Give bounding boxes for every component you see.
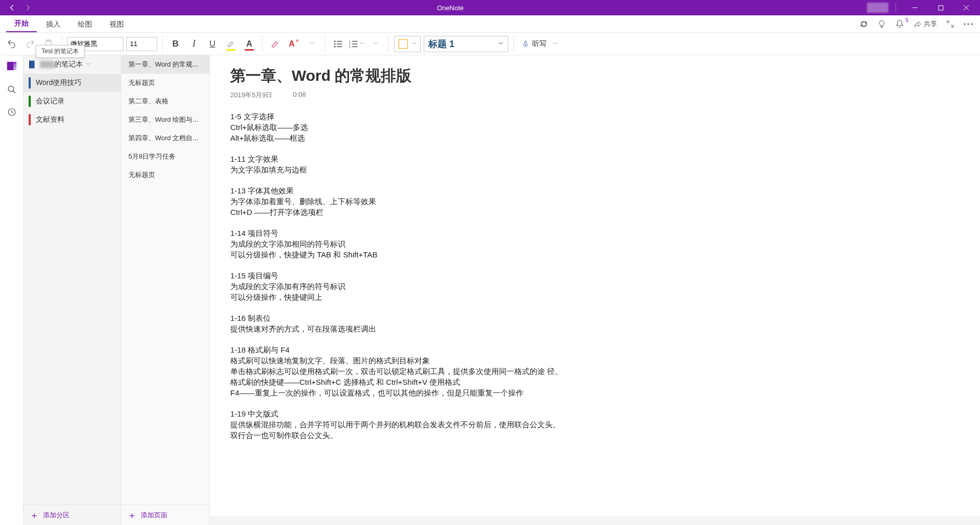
- svg-rect-19: [525, 41, 527, 45]
- section-column: 的笔记本 ﹀ Word使用技巧会议记录文献资料 ＋ 添加分区: [24, 55, 121, 525]
- svg-point-24: [8, 86, 14, 92]
- maximize-button[interactable]: [929, 0, 952, 15]
- italic-button[interactable]: I: [186, 36, 202, 52]
- note-block[interactable]: 1-11 文字效果为文字添加填充与边框: [230, 154, 752, 175]
- recent-icon[interactable]: [7, 107, 16, 117]
- note-block[interactable]: 1-16 制表位提供快速对齐的方式，可在段落选项栏调出: [230, 313, 752, 334]
- note-block[interactable]: 1-18 格式刷与 F4格式刷可以快速地复制文字、段落、图片的格式到目标对象单击…: [230, 344, 752, 398]
- more-font-button[interactable]: ﹀: [304, 36, 320, 52]
- page-title[interactable]: 第一章、Word 的常规排版: [230, 65, 752, 86]
- svg-text:3: 3: [349, 45, 351, 48]
- note-block[interactable]: 1-5 文字选择Ctrl+鼠标选取——多选Alt+鼠标选取——框选: [230, 111, 752, 143]
- page-item[interactable]: 第三章、Word 绘图与...: [121, 111, 209, 129]
- section-label: 会议记录: [36, 97, 64, 106]
- svg-rect-23: [13, 68, 16, 71]
- close-button[interactable]: [954, 0, 978, 15]
- account-indicator[interactable]: [867, 3, 888, 13]
- ribbon-toolbar: B I U A A✕ ﹀ 123﹀ ﹀ ﹀ 标题 1 ﹀ 听写 ﹀: [0, 33, 980, 55]
- plus-icon: ＋: [127, 509, 137, 521]
- section-item[interactable]: 文献资料: [24, 111, 121, 129]
- page-item[interactable]: 第二章、表格: [121, 92, 209, 111]
- bold-button[interactable]: B: [168, 36, 183, 52]
- notebook-icon: [28, 60, 37, 69]
- todo-tag-icon: [399, 39, 408, 49]
- undo-button[interactable]: [4, 36, 19, 52]
- tab-插入[interactable]: 插入: [38, 16, 69, 32]
- number-list-button[interactable]: 123﹀: [349, 36, 365, 52]
- horizontal-scrollbar[interactable]: [210, 517, 980, 525]
- svg-rect-1: [939, 6, 943, 10]
- bullet-list-button[interactable]: [331, 36, 346, 52]
- highlight-button[interactable]: [223, 36, 238, 52]
- notebook-tooltip: Test 的笔记本: [36, 45, 84, 58]
- svg-point-11: [334, 46, 336, 47]
- note-time: 0:08: [293, 91, 306, 100]
- back-button[interactable]: [6, 2, 18, 14]
- nav-rail: [0, 55, 24, 525]
- notifications-icon[interactable]: 5: [895, 19, 904, 29]
- sync-icon[interactable]: [859, 19, 868, 29]
- section-label: 文献资料: [36, 115, 64, 124]
- note-date: 2019年5月9日: [230, 91, 272, 100]
- svg-point-7: [334, 40, 336, 42]
- dictate-button[interactable]: 听写 ﹀: [519, 36, 561, 52]
- note-block[interactable]: 1-13 字体其他效果为字体添加着重号、删除线、上下标等效果Ctrl+D ——打…: [230, 185, 752, 217]
- fullscreen-icon[interactable]: [946, 20, 954, 28]
- section-label: Word使用技巧: [36, 78, 81, 88]
- notebook-selector[interactable]: 的笔记本 ﹀: [24, 55, 121, 74]
- page-column: 第一章、Word 的常规...无标题页第二章、表格第三章、Word 绘图与...…: [121, 55, 210, 525]
- clear-format-button[interactable]: [268, 36, 283, 52]
- minimize-button[interactable]: [903, 0, 927, 15]
- notification-count: 5: [905, 17, 908, 23]
- tab-开始[interactable]: 开始: [6, 15, 37, 32]
- section-item[interactable]: Word使用技巧: [24, 74, 121, 92]
- page-item[interactable]: 第四章、Word 文档自...: [121, 129, 209, 147]
- search-icon[interactable]: [7, 85, 16, 94]
- svg-point-9: [334, 43, 336, 45]
- titlebar: OneNote: [0, 0, 980, 15]
- page-item[interactable]: 第一章、Word 的常规...: [121, 55, 209, 74]
- underline-button[interactable]: U: [205, 36, 220, 52]
- font-size-input[interactable]: [126, 37, 157, 51]
- font-color-button[interactable]: A: [242, 36, 257, 52]
- page-item[interactable]: 无标题页: [121, 166, 209, 184]
- note-block[interactable]: 1-19 中文版式提供纵横混排功能，合并字符可以用于两个并列的机构联合发表文件不…: [230, 408, 752, 441]
- tab-视图[interactable]: 视图: [101, 16, 132, 32]
- svg-rect-22: [13, 64, 16, 68]
- tab-绘图[interactable]: 绘图: [70, 16, 100, 32]
- share-button[interactable]: 共享: [913, 19, 937, 29]
- add-section-button[interactable]: ＋ 添加分区: [24, 505, 121, 525]
- onenote-logo-icon[interactable]: [6, 60, 17, 72]
- page-item[interactable]: 5月8日学习任务: [121, 147, 209, 166]
- plus-icon: ＋: [30, 509, 39, 521]
- more-paragraph-button[interactable]: ﹀: [368, 36, 383, 52]
- note-block[interactable]: 1-15 项目编号为成段的文字添加有序的符号标识可以分级操作，快捷键同上: [230, 270, 752, 302]
- app-title: OneNote: [34, 4, 867, 12]
- svg-rect-28: [29, 61, 30, 69]
- lightbulb-icon[interactable]: [878, 19, 886, 29]
- tag-selector[interactable]: ﹀: [394, 36, 421, 52]
- svg-point-4: [971, 23, 972, 25]
- add-page-button[interactable]: ＋ 添加页面: [121, 505, 209, 525]
- svg-line-25: [13, 91, 15, 93]
- notebook-name: 的笔记本: [40, 60, 83, 69]
- style-selector[interactable]: 标题 1 ﹀: [424, 36, 508, 52]
- svg-rect-20: [7, 62, 13, 71]
- page-item[interactable]: 无标题页: [121, 74, 209, 92]
- more-icon[interactable]: [964, 23, 973, 25]
- note-block[interactable]: 1-14 项目符号为成段的文字添加相同的符号标识可以分级操作，快捷键为 TAB …: [230, 228, 752, 260]
- menu-tabbar: 开始插入绘图视图 5 共享: [0, 15, 980, 33]
- note-content-area[interactable]: 第一章、Word 的常规排版 2019年5月9日 0:08 1-5 文字选择Ct…: [210, 55, 980, 525]
- svg-point-3: [967, 23, 969, 25]
- section-item[interactable]: 会议记录: [24, 92, 121, 111]
- font-color-clear-button[interactable]: A✕: [286, 36, 301, 52]
- svg-rect-21: [13, 62, 16, 65]
- forward-button[interactable]: [21, 2, 34, 14]
- svg-point-2: [964, 23, 965, 25]
